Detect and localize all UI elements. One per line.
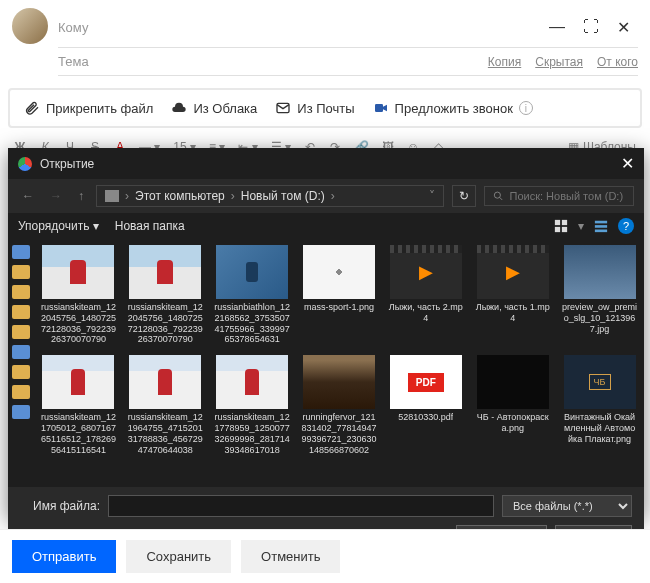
file-thumbnail bbox=[477, 245, 549, 299]
file-item[interactable]: preview_ow_premio_slg_10_1213967.jpg bbox=[559, 243, 640, 347]
breadcrumb-drive[interactable]: Новый том (D:) bbox=[241, 189, 325, 203]
sidebar-quickaccess[interactable] bbox=[12, 245, 30, 259]
file-name: russianskiteam_122045756_148072572128036… bbox=[127, 302, 203, 345]
file-item[interactable]: Лыжи, часть 2.mp4 bbox=[385, 243, 466, 347]
file-item[interactable]: russianskiteam_121705012_680716765116512… bbox=[38, 353, 119, 457]
dialog-title: Открытие bbox=[40, 157, 94, 171]
file-name: ЧБ - Автопокраска.png bbox=[475, 412, 551, 434]
svg-rect-5 bbox=[555, 227, 560, 232]
file-item[interactable]: runningfervor_121831402_7781494799396721… bbox=[299, 353, 380, 457]
view-large-icon[interactable] bbox=[554, 219, 568, 233]
svg-rect-3 bbox=[555, 220, 560, 225]
info-icon[interactable]: i bbox=[519, 101, 533, 115]
file-thumbnail bbox=[129, 245, 201, 299]
suggest-call-button[interactable]: Предложить звонок i bbox=[373, 100, 533, 116]
file-name: 52810330.pdf bbox=[398, 412, 453, 423]
filetype-select[interactable]: Все файлы (*.*) bbox=[502, 495, 632, 517]
file-name: Лыжи, часть 1.mp4 bbox=[475, 302, 551, 324]
file-thumbnail bbox=[42, 245, 114, 299]
breadcrumb-pc[interactable]: Этот компьютер bbox=[135, 189, 225, 203]
file-thumbnail bbox=[42, 355, 114, 409]
attach-mail-label: Из Почты bbox=[297, 101, 354, 116]
search-icon bbox=[493, 190, 504, 202]
paperclip-icon bbox=[24, 100, 40, 116]
help-icon[interactable]: ? bbox=[618, 218, 634, 234]
svg-rect-8 bbox=[595, 225, 607, 228]
disk-icon bbox=[105, 190, 119, 202]
close-icon[interactable]: ✕ bbox=[617, 18, 630, 37]
file-item[interactable]: mass-sport-1.png bbox=[299, 243, 380, 347]
attach-cloud-button[interactable]: Из Облака bbox=[171, 100, 257, 116]
file-name: russianskiteam_121705012_680716765116512… bbox=[40, 412, 116, 455]
sidebar-folder-4[interactable] bbox=[12, 325, 30, 339]
file-item[interactable]: Винтажный Окаймленный Автомойка Плакат.p… bbox=[559, 353, 640, 457]
avatar[interactable] bbox=[12, 8, 48, 44]
newfolder-button[interactable]: Новая папка bbox=[115, 219, 185, 233]
file-item[interactable]: russianskiteam_121964755_471520131788836… bbox=[125, 353, 206, 457]
maximize-icon[interactable]: ⛶ bbox=[583, 18, 599, 37]
svg-rect-6 bbox=[562, 227, 567, 232]
attach-file-label: Прикрепить файл bbox=[46, 101, 153, 116]
file-thumbnail bbox=[216, 245, 288, 299]
file-item[interactable]: russianskiteam_121778959_125007732699998… bbox=[212, 353, 293, 457]
sidebar-pc[interactable] bbox=[12, 345, 30, 359]
sidebar-folder-5[interactable] bbox=[12, 365, 30, 379]
svg-rect-9 bbox=[595, 230, 607, 233]
organize-button[interactable]: Упорядочить ▾ bbox=[18, 219, 99, 233]
search-input[interactable] bbox=[510, 190, 626, 202]
file-name: mass-sport-1.png bbox=[304, 302, 374, 313]
file-item[interactable]: russianbiathlon_122168562_37535074175596… bbox=[212, 243, 293, 347]
hidden-link[interactable]: Скрытая bbox=[535, 55, 583, 69]
sidebar-folder-6[interactable] bbox=[12, 385, 30, 399]
file-thumbnail bbox=[564, 355, 636, 409]
filename-input[interactable] bbox=[108, 495, 494, 517]
file-item[interactable]: russianskiteam_122045756_148072572128036… bbox=[125, 243, 206, 347]
sidebar-folder-2[interactable] bbox=[12, 285, 30, 299]
file-name: Винтажный Окаймленный Автомойка Плакат.p… bbox=[562, 412, 638, 444]
breadcrumb[interactable]: › Этот компьютер › Новый том (D:) › ˅ bbox=[96, 185, 444, 207]
copy-link[interactable]: Копия bbox=[488, 55, 521, 69]
send-button[interactable]: Отправить bbox=[12, 540, 116, 573]
suggest-call-label: Предложить звонок bbox=[395, 101, 513, 116]
nav-up-button[interactable]: ↑ bbox=[74, 189, 88, 203]
subject-field[interactable] bbox=[58, 54, 488, 69]
dialog-close-button[interactable]: ✕ bbox=[621, 154, 634, 173]
mail-icon bbox=[275, 100, 291, 116]
file-item[interactable]: russianskiteam_122045756_148072572128036… bbox=[38, 243, 119, 347]
file-thumbnail bbox=[564, 245, 636, 299]
sidebar-folder-3[interactable] bbox=[12, 305, 30, 319]
file-thumbnail bbox=[216, 355, 288, 409]
file-thumbnail bbox=[303, 355, 375, 409]
attach-cloud-label: Из Облака bbox=[193, 101, 257, 116]
file-name: russianskiteam_122045756_148072572128036… bbox=[40, 302, 116, 345]
file-thumbnail bbox=[303, 245, 375, 299]
nav-back-button[interactable]: ← bbox=[18, 189, 38, 203]
cloud-icon bbox=[171, 100, 187, 116]
refresh-button[interactable]: ↻ bbox=[452, 185, 476, 207]
view-dropdown[interactable]: ▾ bbox=[578, 219, 584, 233]
svg-rect-7 bbox=[595, 221, 607, 224]
file-item[interactable]: Лыжи, часть 1.mp4 bbox=[472, 243, 553, 347]
svg-rect-4 bbox=[562, 220, 567, 225]
file-name: russianskiteam_121964755_471520131788836… bbox=[127, 412, 203, 455]
to-field[interactable] bbox=[58, 20, 541, 35]
file-thumbnail bbox=[390, 245, 462, 299]
sidebar-folder-1[interactable] bbox=[12, 265, 30, 279]
cancel-button[interactable]: Отменить bbox=[241, 540, 340, 573]
dialog-sidebar bbox=[8, 239, 34, 487]
file-thumbnail bbox=[129, 355, 201, 409]
file-item[interactable]: 52810330.pdf bbox=[385, 353, 466, 457]
sidebar-network[interactable] bbox=[12, 405, 30, 419]
from-link[interactable]: От кого bbox=[597, 55, 638, 69]
save-button[interactable]: Сохранить bbox=[126, 540, 231, 573]
view-list-icon[interactable] bbox=[594, 219, 608, 233]
file-name: runningfervor_121831402_7781494799396721… bbox=[301, 412, 377, 455]
attach-mail-button[interactable]: Из Почты bbox=[275, 100, 354, 116]
file-item[interactable]: ЧБ - Автопокраска.png bbox=[472, 353, 553, 457]
video-icon bbox=[373, 100, 389, 116]
chrome-icon bbox=[18, 157, 32, 171]
minimize-icon[interactable]: — bbox=[549, 18, 565, 37]
attach-file-button[interactable]: Прикрепить файл bbox=[24, 100, 153, 116]
nav-forward-button[interactable]: → bbox=[46, 189, 66, 203]
file-name: russianbiathlon_122168562_37535074175596… bbox=[214, 302, 290, 345]
